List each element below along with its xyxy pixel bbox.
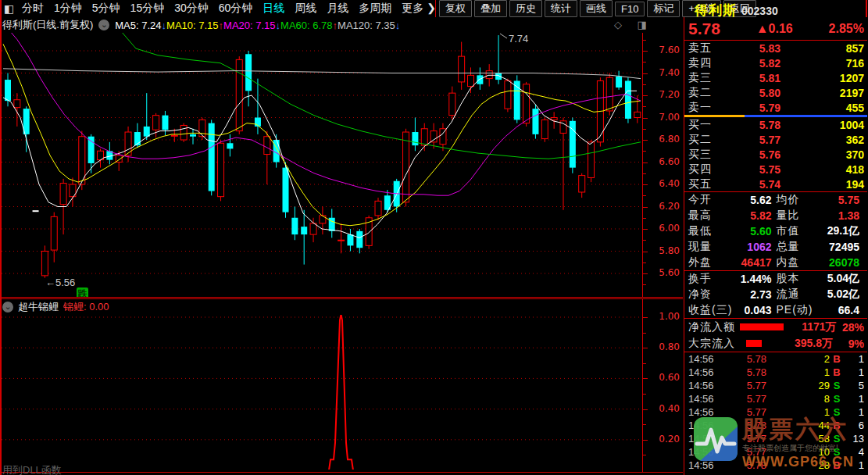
level-price: 5.76 — [724, 148, 780, 161]
stat-label: 总量 — [777, 240, 800, 254]
price-tick-label: 6.80 — [659, 134, 680, 145]
chevron-down-icon[interactable]: ⌄ — [98, 20, 109, 30]
tick-price: 5.78 — [723, 366, 766, 378]
watermark-tagline: 专注股票创造属于您的财富! — [742, 443, 854, 454]
menu-item[interactable]: 周线 — [295, 2, 316, 16]
flow-value: 1171万 — [784, 320, 836, 334]
tick-mark — [643, 333, 646, 334]
candle-down — [88, 137, 95, 163]
level-price: 5.75 — [724, 163, 780, 176]
sell-level-row[interactable]: 卖三5.811207 — [684, 70, 867, 85]
stat-value: 26078 — [829, 256, 859, 269]
stat-label: 外盘 — [688, 255, 712, 270]
candle-up — [468, 75, 474, 86]
menu-item[interactable]: 15分钟 — [130, 2, 165, 16]
window-split-icons[interactable]: ◇ ◨ — [614, 19, 653, 30]
level-volume: 455 — [780, 102, 864, 114]
sell-level-row[interactable]: 卖二5.802197 — [684, 85, 867, 100]
price-change: ▲0.16 — [756, 22, 793, 36]
buy-level-row[interactable]: 买一5.781004 — [684, 117, 867, 132]
tick-mark — [643, 424, 646, 425]
level-label: 买二 — [688, 133, 724, 147]
tick-volume: 1 — [766, 366, 830, 378]
tick-mark — [643, 455, 646, 455]
buy-level-row[interactable]: 买五5.74194 — [684, 177, 867, 191]
price-tick-label: 7.40 — [659, 67, 680, 78]
stat-row: 今开5.62均价5.75 — [684, 192, 867, 208]
candle-up — [606, 77, 613, 111]
level-label: 卖四 — [688, 56, 724, 70]
tick-volume: 8 — [766, 393, 830, 405]
level-volume: 1207 — [780, 72, 864, 84]
bottom-divider — [0, 472, 683, 473]
tick-price: 5.77 — [723, 393, 766, 405]
flow-bar — [740, 323, 784, 330]
indicator-axis: 1.000.800.600.400.20 — [642, 299, 684, 472]
toolbar-button[interactable]: 历史 — [509, 0, 542, 17]
tick-mark — [643, 262, 646, 263]
menu-item[interactable]: 日线 — [263, 2, 284, 16]
tick-mark — [643, 95, 648, 96]
level-volume: 194 — [780, 178, 864, 191]
candle-up — [236, 59, 242, 130]
toolbar-button[interactable]: F10 — [615, 2, 645, 16]
stat-row: 外盘46417内盘26078 — [684, 255, 867, 270]
ratio-right — [745, 115, 867, 117]
chart-title: 得利斯(日线.前复权) — [2, 18, 93, 32]
buy-level-row[interactable]: 买四5.75418 — [684, 162, 867, 177]
tick-mark — [643, 440, 648, 441]
tick-mark — [643, 240, 646, 241]
window-icon[interactable]: ◧ — [4, 2, 14, 15]
chevron-down-icon[interactable]: ⌄ — [2, 302, 13, 312]
ma-line-MA20 — [8, 33, 641, 195]
candle-up — [634, 112, 641, 117]
menu-item[interactable]: 月线 — [327, 2, 348, 16]
high-pointer — [500, 34, 507, 38]
candle-up — [403, 132, 409, 202]
sell-level-row[interactable]: 卖一5.79455 — [684, 100, 867, 115]
menu-item[interactable]: 60分钟 — [219, 2, 253, 16]
price-tick-label: 6.60 — [659, 156, 680, 167]
toolbar-button[interactable]: 复权 — [439, 0, 472, 17]
indicator-chart[interactable] — [2, 315, 642, 470]
candlestick-chart[interactable]: 7.74←5.56跌 — [2, 33, 642, 298]
menu-item[interactable]: 更多 ❯ — [402, 2, 436, 16]
menu-item[interactable]: 1分钟 — [54, 2, 82, 16]
stat-value: 2.73 — [750, 288, 771, 301]
level-label: 卖三 — [688, 71, 724, 85]
buy-level-row[interactable]: 买二5.77362 — [684, 132, 867, 147]
money-flow-block: 净流入额1171万28%大宗流入395.8万9% — [684, 319, 867, 352]
flow-bar — [746, 340, 762, 347]
toolbar-button[interactable]: 统计 — [545, 0, 577, 17]
money-flow-row: 净流入额1171万28% — [684, 319, 867, 335]
sell-level-row[interactable]: 卖五5.83857 — [684, 41, 867, 55]
menu-item[interactable]: 30分钟 — [174, 2, 209, 16]
tick-price: 5.78 — [723, 353, 766, 365]
stat-cell: 净资2.73 — [688, 288, 772, 302]
flow-pct: 9% — [833, 338, 864, 350]
tick-mark — [643, 162, 648, 163]
buy-level-row[interactable]: 买三5.76370 — [684, 147, 867, 162]
toolbar-button[interactable]: 画线 — [580, 0, 613, 17]
last-price: 5.78 — [688, 20, 720, 38]
period-menu: 分时1分钟5分钟15分钟30分钟60分钟日线周线月线多周期更多 ❯ — [22, 0, 436, 17]
sell-level-row[interactable]: 卖四5.82716 — [684, 55, 867, 70]
stat-value: 5.02亿 — [827, 288, 859, 302]
stat-cell: 换手1.44% — [688, 272, 772, 286]
menu-item[interactable]: 5分钟 — [92, 2, 120, 16]
menubar-divider — [435, 0, 436, 17]
stat-label: 今开 — [688, 193, 712, 207]
stat-cell: 收益(三)0.043 — [688, 303, 772, 317]
menu-item[interactable]: 多周期 — [359, 2, 391, 16]
left-border — [0, 0, 2, 475]
menu-item[interactable]: 分时 — [22, 2, 44, 16]
toolbar-button[interactable]: 叠加 — [474, 0, 507, 17]
price-row: 5.78 ▲0.16 2.85% — [684, 17, 867, 41]
stat-label: 现量 — [688, 240, 712, 254]
candle-up — [579, 176, 585, 192]
toolbar-button[interactable]: 标记 — [647, 0, 680, 17]
candle-up — [541, 120, 548, 138]
flow-label: 净流入额 — [688, 320, 740, 334]
stat-label: 净资 — [688, 288, 712, 302]
price-change-pct: 2.85% — [829, 22, 864, 36]
